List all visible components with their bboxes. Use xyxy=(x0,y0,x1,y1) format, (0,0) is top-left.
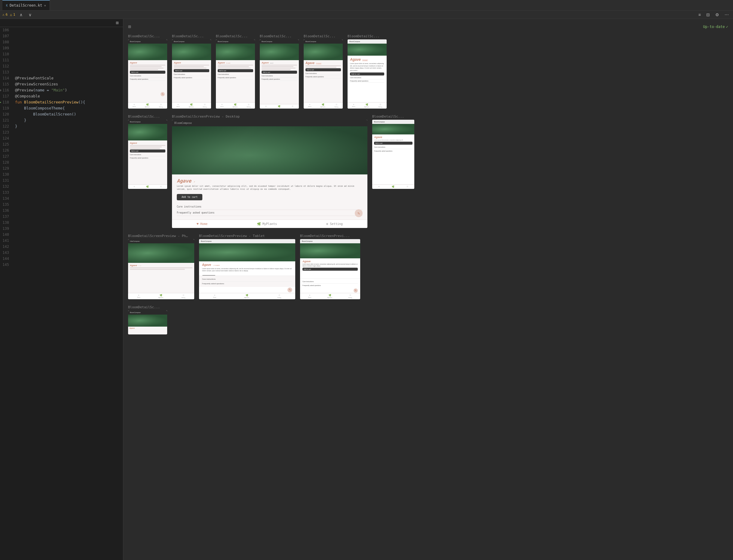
preview-card-1[interactable]: BloomDetailSc... BloomCompose Agave xyxy=(128,34,167,109)
line-number-114: 114 xyxy=(0,75,13,81)
nav-up-button[interactable]: ∧ xyxy=(18,12,24,18)
code-line-132: 132 xyxy=(0,183,123,189)
code-line-122: 122 } xyxy=(0,123,123,129)
code-line-138: 138 xyxy=(0,220,123,226)
preview-card-desktop[interactable]: BloomDetailScreenPreview - Desktop Bloom… xyxy=(172,115,367,228)
card-title-2: BloomDetailSc... xyxy=(172,34,211,38)
code-line-107: 107 xyxy=(0,33,123,39)
card-title-r4: BloomDetailSc... xyxy=(128,305,167,309)
preview-card-6[interactable]: BloomDetailSc... BloomCompose Agave In s… xyxy=(348,34,386,109)
code-line-110: 110 xyxy=(0,51,123,57)
tablet-faq: Frequently asked questions xyxy=(202,282,292,286)
code-line-115: 115 @PreviewScreenSizes xyxy=(0,81,123,87)
line-number-118: ▶ 118 xyxy=(0,99,13,105)
card-preview-1: BloomCompose Agave Add to ca xyxy=(128,39,167,109)
preview-card-5[interactable]: BloomDetailSc... BloomCompose Agave In s… xyxy=(304,34,343,109)
tab-filename: DetailScreen.kt xyxy=(10,3,42,8)
kotlin-file-icon: K xyxy=(6,4,8,7)
card-title-6: BloomDetailSc... xyxy=(348,34,386,38)
split-button[interactable]: ⊟ xyxy=(704,12,712,18)
code-line-127: 127 xyxy=(0,153,123,159)
line-code-119: BloomComposeTheme{ xyxy=(13,105,123,111)
preview-card-row3-right[interactable]: BloomDetailScreenPrevi... BloomCompose A… xyxy=(300,234,360,299)
line-number-106: 106 xyxy=(0,27,13,33)
code-editor: ⊞ 106 107 108 109 110 111 112 xyxy=(0,19,123,560)
preview-row-4: BloomDetailSc... BloomCompose Agave xyxy=(128,305,728,334)
code-line-123: 123 xyxy=(0,129,123,135)
code-line-135: 135 xyxy=(0,202,123,208)
desktop-plant-name: Agave xyxy=(177,178,191,184)
line-number-115: 115 xyxy=(0,81,13,87)
code-line-120: 120 BloomDetailScreen() xyxy=(0,111,123,117)
preview-card-row4[interactable]: BloomDetailSc... BloomCompose Agave xyxy=(128,305,167,334)
preview-card-row2-left[interactable]: BloomDetailSc... BloomCompose Agave xyxy=(128,115,167,189)
preview-card-2[interactable]: BloomDetailSc... BloomCompose Agave xyxy=(172,34,211,109)
info-icon: △ xyxy=(10,13,12,17)
line-number-122: 122 xyxy=(0,123,13,129)
card-title-desktop: BloomDetailScreenPreview - Desktop xyxy=(172,115,262,118)
tab-close-icon[interactable]: × xyxy=(44,4,46,8)
more-button[interactable]: ⋯ xyxy=(723,12,731,18)
preview-card-row2-right[interactable]: BloomDetailSc... BloomCompose Agave Lore… xyxy=(372,115,414,189)
card-title-r3r: BloomDetailScreenPrevi... xyxy=(300,234,360,238)
file-tab[interactable]: K DetailScreen.kt × xyxy=(2,0,50,10)
line-number-116: ⚙ 116 xyxy=(0,87,13,93)
preview-card-phone[interactable]: BloomDetailScreenPreview - Pho... UtterC… xyxy=(128,234,194,299)
card-preview-2: BloomCompose Agave Add to cart xyxy=(172,39,211,109)
status-check-icon: ✓ xyxy=(726,25,728,29)
code-line-124: 124 xyxy=(0,135,123,141)
preview-header-left: ⊞ xyxy=(128,24,131,29)
preview-toggle-button[interactable]: ⊞ xyxy=(114,20,121,26)
tablet-care-instructions: Care instructions xyxy=(202,277,292,282)
code-line-130: 130 xyxy=(0,171,123,177)
preview-row-3: BloomDetailScreenPreview - Pho... UtterC… xyxy=(128,234,728,299)
line-number-113: 113 xyxy=(0,69,13,75)
code-line-134: 134 xyxy=(0,195,123,202)
card-preview-r2r: BloomCompose Agave Lorem ipsum dolor sit… xyxy=(372,120,414,189)
desktop-care-instructions: Care instructions xyxy=(177,204,363,210)
line-code-114: @PreviewFontScale xyxy=(13,75,123,81)
desktop-add-btn[interactable]: Add to cart xyxy=(177,194,202,200)
code-line-142: 142 xyxy=(0,244,123,250)
preview-row-1: BloomDetailSc... BloomCompose Agave xyxy=(128,34,728,109)
line-number-119: 119 xyxy=(0,105,13,111)
layout-toggle-icon[interactable]: ⊞ xyxy=(128,24,131,29)
preview-card-tablet[interactable]: BloomDetailScreenPreview - Tablet BloomC… xyxy=(199,234,295,299)
desktop-fab-icon[interactable]: ✎ xyxy=(355,209,363,217)
code-line-143: 143 xyxy=(0,250,123,256)
settings-button[interactable]: ⚙ xyxy=(713,12,721,18)
card-title-5: BloomDetailSc... xyxy=(304,34,343,38)
code-line-141: 141 xyxy=(0,238,123,244)
code-line-137: 137 xyxy=(0,214,123,220)
line-number-107: 107 xyxy=(0,33,13,39)
card-preview-desktop: BloomCompose Agave ✓ Lorem ipsum dolor s… xyxy=(172,120,367,228)
card-title-3: BloomDetailSc... xyxy=(216,34,255,38)
line-code-120: BloomDetailScreen() xyxy=(13,111,123,117)
card-title-phone: BloomDetailScreenPreview - Pho... xyxy=(128,234,188,238)
card-preview-r2l: BloomCompose Agave Add to cart xyxy=(128,120,167,189)
nav-down-button[interactable]: ∨ xyxy=(27,12,33,18)
line-code-121: } xyxy=(13,117,123,123)
menu-button[interactable]: ≡ xyxy=(697,12,703,18)
desktop-plant-desc: Lorem ipsum dolor sit amet, consectetur … xyxy=(177,185,363,191)
line-number-117: 117 xyxy=(0,93,13,99)
card-preview-phone: UtterCompose Agave ✓ ✓✓ xyxy=(128,239,194,299)
desktop-plant-status: ✓ xyxy=(194,180,195,183)
code-line-108: 108 xyxy=(0,39,123,45)
run-icon[interactable]: ▶ xyxy=(0,99,1,105)
preview-card-4[interactable]: BloomDetailSc... BloomCompose Agave mixe… xyxy=(260,34,299,109)
preview-grid: BloomDetailSc... BloomCompose Agave xyxy=(128,34,728,334)
card-preview-3: BloomCompose Agave In stock xyxy=(216,39,255,109)
code-line-119: 119 BloomComposeTheme{ xyxy=(0,105,123,111)
line-code-117: @Composable xyxy=(13,93,123,99)
preview-card-3[interactable]: BloomDetailSc... BloomCompose Agave In s… xyxy=(216,34,255,109)
tab-bar: K DetailScreen.kt × xyxy=(0,0,733,11)
code-line-145: 145 xyxy=(0,262,123,268)
code-line-129: 129 xyxy=(0,165,123,171)
code-line-144: 144 xyxy=(0,256,123,262)
preview-header: ⊞ Up-to-date ✓ xyxy=(128,24,728,29)
code-line-106: 106 xyxy=(0,27,123,33)
code-line-140: 140 xyxy=(0,232,123,238)
card-preview-6: BloomCompose Agave In stock Lorem ipsum … xyxy=(348,39,386,109)
line-number-111: 111 xyxy=(0,57,13,63)
